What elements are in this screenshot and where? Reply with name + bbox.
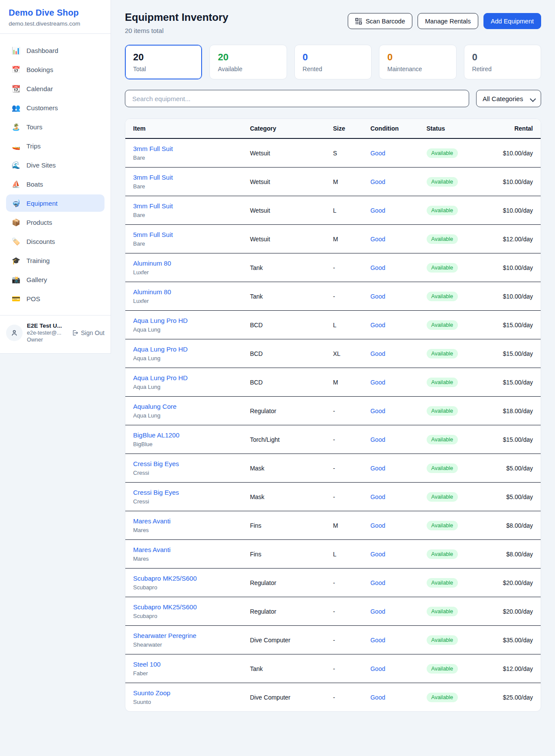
item-name-link[interactable]: Aqua Lung Pro HD [133,345,250,353]
sidebar-item-dive-sites[interactable]: 🌊Dive Sites [6,156,104,174]
training-grad-cap-icon: 🎓 [11,256,21,265]
item-name-link[interactable]: Steel 100 [133,661,250,668]
condition-link[interactable]: Good [370,608,385,615]
manage-rentals-button[interactable]: Manage Rentals [418,13,478,29]
condition-link[interactable]: Good [370,694,385,701]
sidebar-item-label: Calendar [26,85,53,92]
condition-link[interactable]: Good [370,207,385,214]
item-brand: Aqua Lung [133,384,250,390]
item-name-link[interactable]: Aqua Lung Pro HD [133,374,250,381]
item-name-link[interactable]: 3mm Full Suit [133,202,250,210]
scan-barcode-button[interactable]: Scan Barcode [348,13,412,29]
condition-link[interactable]: Good [370,551,385,558]
item-name-link[interactable]: Aluminum 80 [133,288,250,296]
table-row: Steel 100FaberTank-GoodAvailable$12.00/d… [125,654,541,683]
condition-link[interactable]: Good [370,264,385,271]
table-row: Aluminum 80LuxferTank-GoodAvailable$10.0… [125,253,541,282]
condition-link[interactable]: Good [370,465,385,472]
size-cell: - [333,397,370,425]
item-name-link[interactable]: Mares Avanti [133,546,250,553]
item-name-link[interactable]: Aluminum 80 [133,260,250,267]
sidebar-item-products[interactable]: 📦Products [6,214,104,231]
sidebar-item-training[interactable]: 🎓Training [6,252,104,269]
category-cell: BCD [250,311,333,339]
condition-link[interactable]: Good [370,150,385,157]
sidebar-item-equipment[interactable]: 🤿Equipment [6,194,104,212]
item-name-link[interactable]: 3mm Full Suit [133,174,250,181]
table-row: Scubapro MK25/S600ScubaproRegulator-Good… [125,569,541,597]
sidebar-item-label: POS [26,295,40,302]
size-cell: L [333,540,370,569]
equipment-table: ItemCategorySizeConditionStatusRental 3m… [125,119,541,711]
trips-speedboat-icon: 🚤 [11,142,21,150]
avatar [6,325,23,341]
status-badge: Available [427,406,458,416]
category-cell: Mask [250,454,333,483]
item-name-link[interactable]: Aqua Lung Pro HD [133,317,250,324]
condition-link[interactable]: Good [370,436,385,443]
condition-link[interactable]: Good [370,408,385,414]
sign-out-button[interactable]: Sign Out [72,329,104,336]
status-cell: Available [427,339,497,368]
item-name-link[interactable]: Mares Avanti [133,517,250,525]
stat-card-maintenance[interactable]: 0Maintenance [379,45,456,79]
category-select-wrap: All Categories [476,90,541,107]
sidebar-item-gallery[interactable]: 📸Gallery [6,271,104,288]
item-brand: Luxfer [133,269,250,276]
sidebar-item-dashboard[interactable]: 📊Dashboard [6,42,104,59]
condition-cell: Good [370,483,426,511]
category-cell: Fins [250,540,333,569]
manage-rentals-label: Manage Rentals [425,18,471,25]
condition-link[interactable]: Good [370,322,385,329]
size-cell: - [333,626,370,654]
condition-cell: Good [370,683,426,712]
column-header-status: Status [427,119,497,138]
dashboard-chart-icon: 📊 [11,46,21,55]
sidebar-item-customers[interactable]: 👥Customers [6,99,104,116]
add-equipment-button[interactable]: Add Equipment [483,13,541,29]
stat-card-available[interactable]: 20Available [209,45,287,79]
condition-link[interactable]: Good [370,522,385,529]
condition-link[interactable]: Good [370,379,385,386]
sidebar-item-trips[interactable]: 🚤Trips [6,137,104,154]
item-name-link[interactable]: Shearwater Peregrine [133,632,250,639]
stat-card-rented[interactable]: 0Rented [294,45,372,79]
search-input[interactable] [125,90,469,107]
item-name-link[interactable]: 5mm Full Suit [133,231,250,238]
item-cell: 3mm Full SuitBare [125,196,250,225]
status-badge: Available [427,378,458,387]
condition-link[interactable]: Good [370,493,385,500]
item-name-link[interactable]: Cressi Big Eyes [133,460,250,467]
stat-card-total[interactable]: 20Total [125,45,202,79]
item-name-link[interactable]: BigBlue AL1200 [133,431,250,439]
category-select[interactable]: All Categories [476,90,541,107]
item-name-link[interactable]: Cressi Big Eyes [133,489,250,496]
status-badge: Available [427,148,458,158]
item-name-link[interactable]: Suunto Zoop [133,689,250,697]
condition-link[interactable]: Good [370,178,385,185]
sidebar-item-calendar[interactable]: 📆Calendar [6,80,104,97]
condition-link[interactable]: Good [370,236,385,243]
rental-cell: $20.00/day [497,569,541,597]
condition-link[interactable]: Good [370,665,385,672]
customers-people-icon: 👥 [11,104,21,112]
condition-link[interactable]: Good [370,350,385,357]
size-cell: - [333,683,370,712]
page-title-block: Equipment Inventory 20 items total [125,11,229,34]
item-cell: Steel 100Faber [125,654,250,683]
sidebar-item-label: Dashboard [26,47,58,54]
item-name-link[interactable]: 3mm Full Suit [133,145,250,152]
table-row: Aqua Lung Pro HDAqua LungBCDXLGoodAvaila… [125,339,541,368]
condition-link[interactable]: Good [370,637,385,644]
item-name-link[interactable]: Scubapro MK25/S600 [133,575,250,582]
condition-link[interactable]: Good [370,579,385,586]
sidebar-item-boats[interactable]: ⛵Boats [6,175,104,193]
sidebar-item-bookings[interactable]: 📅Bookings [6,61,104,78]
item-name-link[interactable]: Aqualung Core [133,403,250,410]
sidebar-item-discounts[interactable]: 🏷️Discounts [6,233,104,250]
condition-link[interactable]: Good [370,293,385,300]
stat-card-retired[interactable]: 0Retired [464,45,541,79]
sidebar-item-pos[interactable]: 💳POS [6,290,104,307]
item-name-link[interactable]: Scubapro MK25/S600 [133,603,250,611]
sidebar-item-tours[interactable]: 🏝️Tours [6,118,104,135]
